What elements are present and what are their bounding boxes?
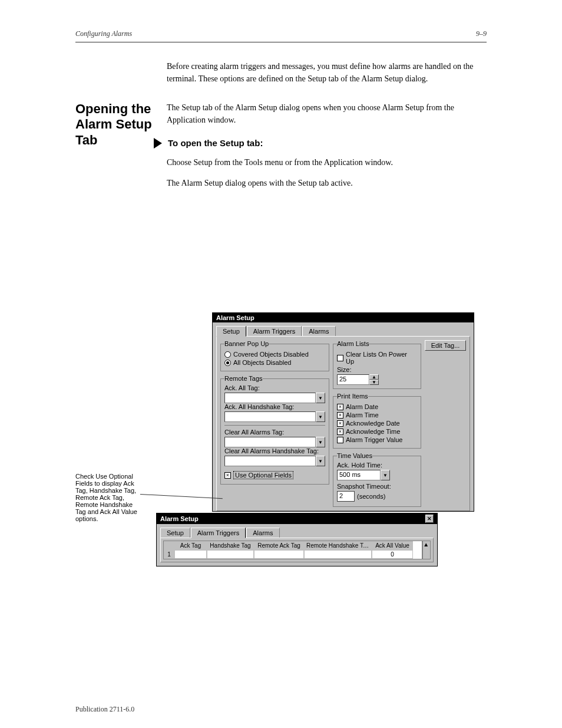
size-spin-down-icon[interactable]: ▼ [369,380,379,385]
tab-alarms[interactable]: Alarms [302,326,335,336]
triggers-grid[interactable]: Ack Tag Handshake Tag Remote Ack Tag Rem… [163,541,422,559]
col-rowhead [164,541,174,550]
close-icon[interactable]: ✕ [425,515,434,523]
ack-hold-label: Ack. Hold Time: [337,462,417,469]
lbl-ack-date: Acknowledge Date [346,420,400,427]
grid-scrollbar[interactable]: ▲ [422,541,431,559]
ack-hold-dropdown-icon[interactable]: ▼ [381,470,390,480]
row1-ack-tag[interactable] [174,550,207,559]
row1-remote-ack-tag[interactable] [254,550,304,559]
row1-handshake-tag[interactable] [207,550,254,559]
radio-covered-objects[interactable] [224,351,231,358]
clear-all-hand-input[interactable] [224,456,316,466]
alarm-setup-dialog-triggers: Alarm Setup ✕ Setup Alarm Triggers Alarm… [156,513,438,566]
page-number: 9–9 [476,29,487,38]
radio-covered-label: Covered Objects Disabled [233,351,309,358]
footer-publication: Publication 2711-6.0 [75,705,134,714]
subhead-open-setup: To open the Setup tab: [168,137,263,150]
triangle-icon [154,138,162,149]
time-values-group: Time Values Ack. Hold Time: 500 ms ▼ Sna… [333,452,421,507]
remote-tags-legend: Remote Tags [224,375,263,382]
radio-all-objects[interactable] [224,360,231,366]
dialog2-title: Alarm Setup [160,515,199,522]
use-optional-fields-label: Use Optional Fields [233,471,293,479]
row1-ack-all-value[interactable]: 0 [372,550,413,559]
banner-popup-legend: Banner Pop Up [224,340,269,347]
section-p1: The Setup tab of the Alarm Setup dialog … [167,101,487,126]
col-remote-handshake-tag[interactable]: Remote Handshake Tag [304,541,372,550]
callout-text: Check Use Optional Fields to display Ack… [75,473,140,522]
ack-hold-input[interactable]: 500 ms [337,470,381,480]
chk-ack-time[interactable]: × [337,429,343,435]
edit-tag-button[interactable]: Edit Tag... [425,340,466,351]
tab-alarm-triggers[interactable]: Alarm Triggers [247,326,302,336]
size-spin-up-icon[interactable]: ▲ [369,374,379,380]
clear-all-hand-dropdown-icon[interactable]: ▼ [316,456,325,466]
size-input[interactable]: 25 [337,374,369,385]
callout-line [140,494,223,499]
tab2-setup[interactable]: Setup [160,528,190,538]
snapshot-label: Snapshot Timeout: [337,483,417,490]
dialog-titlebar[interactable]: Alarm Setup [213,313,474,322]
header-divider [75,42,487,42]
print-items-legend: Print Items [337,393,368,400]
chk-alarm-time[interactable]: × [337,412,343,419]
alarm-lists-legend: Alarm Lists [337,340,369,347]
snapshot-input[interactable]: 2 [337,491,355,502]
page-header-right: Configuring Alarms [75,29,132,38]
tab2-alarms[interactable]: Alarms [246,528,279,538]
ack-all-tag-dropdown-icon[interactable]: ▼ [316,393,325,403]
alarm-setup-dialog: Alarm Setup Setup Alarm Triggers Alarms … [212,312,474,512]
section-p3: The Alarm Setup dialog opens with the Se… [167,177,487,189]
ack-all-hand-label: Ack. All Handshake Tag: [224,403,325,410]
chk-trigger-value[interactable] [337,437,343,443]
lbl-alarm-date: Alarm Date [346,403,378,410]
snapshot-unit: (seconds) [357,493,385,500]
section-p2: Choose Setup from the Tools menu or from… [167,156,487,169]
col-remote-ack-tag[interactable]: Remote Ack Tag [254,541,304,550]
col-ack-tag[interactable]: Ack Tag [174,541,207,550]
use-optional-fields-checkbox[interactable]: × [224,472,231,479]
clear-all-input[interactable] [224,437,316,447]
tab2-alarm-triggers[interactable]: Alarm Triggers [191,528,246,538]
lbl-trigger-value: Alarm Trigger Value [346,436,402,443]
col-ack-all-value[interactable]: Ack All Value [372,541,413,550]
row1-remote-handshake-tag[interactable] [304,550,372,559]
ack-all-tag-label: Ack. All Tag: [224,384,325,391]
section-title: Opening the Alarm Setup Tab [75,101,167,148]
intro-paragraph: Before creating alarm triggers and messa… [167,60,487,85]
row1-index[interactable]: 1 [164,550,174,559]
clear-lists-label: Clear Lists On Power Up [346,351,417,365]
banner-popup-group: Banner Pop Up Covered Objects Disabled A… [220,340,329,371]
time-values-legend: Time Values [337,452,372,459]
alarm-lists-group: Alarm Lists Clear Lists On Power Up Size… [333,340,421,389]
lbl-ack-time: Acknowledge Time [346,428,400,435]
clear-lists-checkbox[interactable] [337,355,343,361]
size-label: Size: [337,366,417,373]
scroll-up-icon[interactable]: ▲ [423,541,430,549]
clear-all-hand-label: Clear All Alarms Handshake Tag: [224,447,325,454]
print-items-group: Print Items ×Alarm Date ×Alarm Time ×Ack… [333,393,421,449]
tab-setup[interactable]: Setup [216,326,246,337]
ack-all-tag-input[interactable] [224,393,316,403]
ack-all-hand-dropdown-icon[interactable]: ▼ [316,411,325,422]
ack-all-hand-input[interactable] [224,411,316,422]
lbl-alarm-time: Alarm Time [346,411,379,419]
remote-tags-group: Remote Tags Ack. All Tag: ▼ Ack. All Han… [220,375,329,485]
col-handshake-tag[interactable]: Handshake Tag [207,541,254,550]
radio-all-label: All Objects Disabled [233,359,291,366]
clear-all-dropdown-icon[interactable]: ▼ [316,437,325,447]
chk-ack-date[interactable]: × [337,420,343,427]
chk-alarm-date[interactable]: × [337,404,343,410]
clear-all-label: Clear All Alarms Tag: [224,429,325,436]
